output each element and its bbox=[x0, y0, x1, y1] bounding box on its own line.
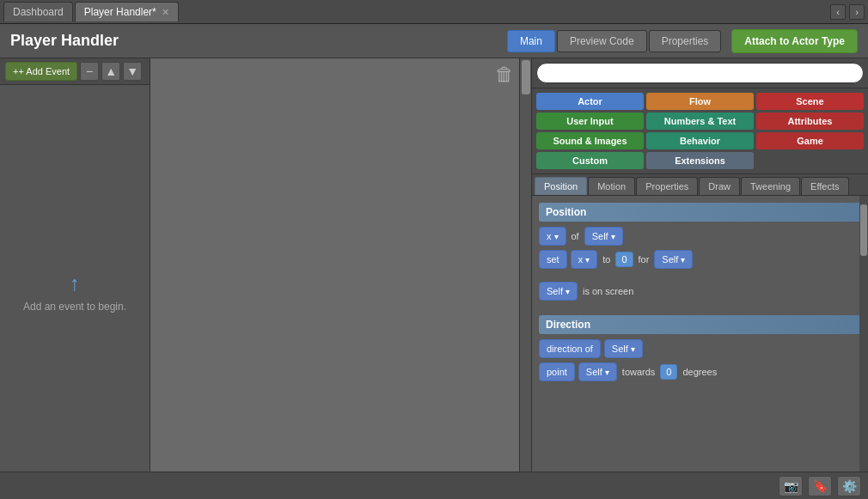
category-actor[interactable]: Actor bbox=[536, 93, 644, 110]
set-label: set bbox=[539, 250, 567, 269]
point-label: point bbox=[539, 362, 575, 381]
category-game[interactable]: Game bbox=[756, 132, 864, 149]
category-user-input[interactable]: User Input bbox=[536, 113, 644, 130]
blocks-scroll-thumb bbox=[860, 204, 867, 256]
top-tab-bar: Dashboard Player Handler* ✕ ‹ › bbox=[0, 0, 868, 24]
app-bottom-bar: 📷 🔖 ⚙️ bbox=[0, 472, 868, 499]
tab-player-handler[interactable]: Player Handler* ✕ bbox=[75, 2, 179, 21]
header-tabs: Main Preview Code Properties bbox=[507, 30, 721, 52]
category-extensions[interactable]: Extensions bbox=[646, 152, 754, 169]
add-event-button[interactable]: + + Add Event bbox=[5, 62, 77, 81]
header: Player Handler Main Preview Code Propert… bbox=[0, 24, 868, 58]
empty-message: Add an event to begin. bbox=[23, 301, 126, 313]
block-point-towards[interactable]: point Self ▾ towards 0 degrees bbox=[539, 362, 861, 381]
block-val-0[interactable]: 0 bbox=[615, 252, 633, 267]
block-self-point[interactable]: Self ▾ bbox=[578, 362, 617, 381]
main-content: + + Add Event − ▲ ▼ ↑ Add an event to be… bbox=[0, 58, 868, 499]
tab-dashboard[interactable]: Dashboard bbox=[3, 2, 73, 21]
left-panel: + + Add Event − ▲ ▼ ↑ Add an event to be… bbox=[0, 58, 150, 499]
tab-properties[interactable]: Properties bbox=[649, 30, 722, 52]
center-panel: 🗑 bbox=[150, 58, 531, 499]
blocks-panel: Actor Flow Scene User Input Numbers & Te… bbox=[531, 58, 868, 499]
block-self-on-screen[interactable]: Self ▾ is on screen bbox=[539, 282, 861, 301]
tab-player-handler-label: Player Handler* bbox=[84, 6, 156, 18]
left-panel-body: ↑ Add an event to begin. bbox=[0, 85, 150, 499]
dropdown-arrow-icon2: ▾ bbox=[611, 232, 615, 241]
settings-button[interactable]: ⚙️ bbox=[837, 476, 861, 496]
dropdown-arrow-icon: ▾ bbox=[554, 232, 559, 241]
to-text: to bbox=[601, 253, 612, 266]
vertical-scrollbar[interactable] bbox=[519, 58, 531, 499]
subtab-motion[interactable]: Motion bbox=[588, 177, 635, 195]
block-x-var[interactable]: x ▾ bbox=[571, 250, 598, 269]
category-attributes[interactable]: Attributes bbox=[756, 113, 864, 130]
block-self-dropdown[interactable]: Self ▾ bbox=[584, 227, 623, 246]
camera-button[interactable]: 📷 bbox=[779, 476, 803, 496]
category-flow[interactable]: Flow bbox=[646, 93, 754, 110]
tab-main[interactable]: Main bbox=[507, 30, 555, 52]
left-toolbar: + + Add Event − ▲ ▼ bbox=[0, 58, 150, 85]
search-bar bbox=[532, 58, 868, 88]
block-x-dropdown[interactable]: x ▾ bbox=[539, 227, 566, 246]
of-text: of bbox=[570, 229, 581, 243]
sub-tabs: Position Motion Properties Draw Tweening… bbox=[532, 174, 868, 196]
move-up-button[interactable]: ▲ bbox=[101, 62, 120, 81]
direction-section-header: Direction bbox=[539, 315, 861, 334]
block-x-of-self[interactable]: x ▾ of Self ▾ bbox=[539, 227, 861, 246]
attach-to-actor-button[interactable]: Attach to Actor Type bbox=[731, 29, 858, 53]
bookmark-button[interactable]: 🔖 bbox=[808, 476, 832, 496]
tab-nav-prev[interactable]: ‹ bbox=[830, 4, 846, 20]
subtab-effects[interactable]: Effects bbox=[801, 177, 848, 195]
blocks-content: Position x ▾ of Self ▾ set x bbox=[532, 196, 868, 473]
tab-preview-code[interactable]: Preview Code bbox=[557, 30, 647, 52]
tab-nav: ‹ › bbox=[830, 4, 865, 20]
position-section-header: Position bbox=[539, 203, 861, 222]
subtab-properties[interactable]: Properties bbox=[636, 177, 698, 195]
block-self-2[interactable]: Self ▾ bbox=[654, 250, 693, 269]
towards-text: towards bbox=[620, 365, 657, 379]
category-scene[interactable]: Scene bbox=[756, 93, 864, 110]
category-sound-images[interactable]: Sound & Images bbox=[536, 132, 644, 149]
category-behavior[interactable]: Behavior bbox=[646, 132, 754, 149]
add-event-label: + Add Event bbox=[18, 66, 70, 76]
close-tab-icon[interactable]: ✕ bbox=[162, 7, 169, 18]
up-arrow-icon: ↑ bbox=[70, 271, 80, 295]
remove-event-button[interactable]: − bbox=[80, 62, 99, 81]
direction-of-label: direction of bbox=[539, 339, 601, 358]
page-title: Player Handler bbox=[10, 32, 119, 50]
subtab-tweening[interactable]: Tweening bbox=[741, 177, 800, 195]
blocks-scrollbar[interactable] bbox=[859, 196, 868, 473]
for-text: for bbox=[637, 253, 651, 266]
move-down-button[interactable]: ▼ bbox=[123, 62, 142, 81]
subtab-position[interactable]: Position bbox=[535, 177, 587, 195]
category-numbers-text[interactable]: Numbers & Text bbox=[646, 113, 754, 130]
subtab-draw[interactable]: Draw bbox=[699, 177, 740, 195]
tab-dashboard-label: Dashboard bbox=[13, 6, 64, 18]
block-self-dir[interactable]: Self ▾ bbox=[604, 339, 643, 358]
trash-icon[interactable]: 🗑 bbox=[495, 64, 514, 86]
scroll-thumb-v bbox=[522, 60, 530, 94]
block-direction-of-self[interactable]: direction of Self ▾ bbox=[539, 339, 861, 358]
block-self-3[interactable]: Self ▾ bbox=[539, 282, 578, 301]
block-val-dir[interactable]: 0 bbox=[660, 364, 677, 380]
block-set-x-to-0[interactable]: set x ▾ to 0 for Self ▾ bbox=[539, 250, 861, 269]
category-custom[interactable]: Custom bbox=[536, 152, 644, 169]
degrees-text: degrees bbox=[681, 365, 718, 379]
block-categories: Actor Flow Scene User Input Numbers & Te… bbox=[532, 88, 868, 174]
search-input[interactable] bbox=[536, 63, 864, 83]
center-scroll[interactable]: 🗑 bbox=[150, 58, 531, 499]
is-on-screen-text: is on screen bbox=[581, 284, 635, 298]
tab-nav-next[interactable]: › bbox=[849, 4, 865, 20]
